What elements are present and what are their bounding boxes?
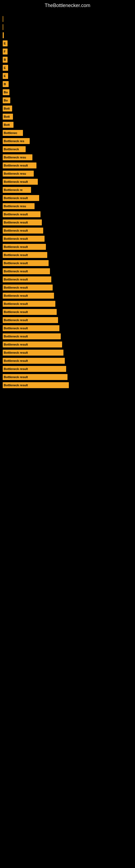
bar-label: Bo [3, 89, 9, 95]
bar-label: Bottleneck result [3, 252, 47, 258]
bar-row: Bottleneck [3, 145, 132, 153]
bar-row: Bo [3, 97, 132, 104]
bar-label: Bottleneck result [3, 276, 51, 282]
bar-row: E [3, 64, 132, 72]
bar-row [3, 31, 132, 39]
bar-label: E [3, 73, 8, 79]
bar-label: Bott [3, 105, 12, 112]
bar-row: Bottleneck result [3, 284, 132, 291]
bar-label: Bottleneck result [3, 341, 62, 347]
bar-row: Bottleneck result [3, 259, 132, 267]
bar-label: Bottleneck result [3, 333, 61, 339]
bar-row: B [3, 80, 132, 88]
bar-row: Bottleneck result [3, 373, 132, 381]
bar-row: Bottleneck result [3, 308, 132, 316]
bar-row: F [3, 48, 132, 55]
bar-row: Bott [3, 121, 132, 129]
bar-label [3, 32, 4, 38]
bar-row: Bottleneck resu [3, 154, 132, 161]
bar-label: Bottleneck [3, 146, 26, 152]
bar-label: Bottleneck result [3, 325, 59, 331]
bar-label: Bottleneck result [3, 301, 55, 307]
bar-row: Bottleneck result [3, 341, 132, 348]
bar-label: E [3, 40, 8, 46]
bar-label: Bottleneck result [3, 244, 46, 250]
bar-label: Bottleneck result [3, 260, 49, 266]
bar-row: Bottleneck result [3, 316, 132, 324]
bar-row: Bottlenec [3, 129, 132, 137]
bar-row: Bottleneck result [3, 211, 132, 218]
bar-row [3, 23, 132, 31]
bar-row: Bo [3, 88, 132, 96]
bar-label: Bottleneck result [3, 236, 45, 242]
bar-row: Bottleneck resu [3, 170, 132, 177]
bar-row: Bottleneck result [3, 219, 132, 226]
bar-label: Bottleneck resu [3, 170, 34, 177]
bar-row: Bottleneck result [3, 357, 132, 365]
bar-label: Bottleneck res [3, 138, 30, 144]
bar-row: Bottleneck result [3, 365, 132, 373]
bar-label: Bottleneck result [3, 219, 42, 225]
bar-row: E [3, 40, 132, 47]
bar-row: Bottleneck result [3, 333, 132, 340]
bar-row: Bottleneck result [3, 178, 132, 186]
bars-container: EFBEEBBoBoBottBottBottBottlenecBottlenec… [0, 10, 135, 392]
bar-row: Bott [3, 113, 132, 120]
bar-label: Bott [3, 114, 13, 120]
bar-label: Bottleneck result [3, 382, 69, 388]
bar-label: Bottleneck result [3, 374, 68, 380]
bar-row: Bottleneck result [3, 276, 132, 283]
bar-label: Bottleneck result [3, 195, 39, 201]
bar-row: Bottleneck result [3, 227, 132, 235]
bar-label: Bott [3, 122, 13, 128]
bar-row: Bottleneck result [3, 292, 132, 300]
bar-row: Bott [3, 105, 132, 112]
bar-label: Bottleneck result [3, 268, 50, 274]
bar-label: Bottleneck result [3, 162, 37, 168]
bar-row: Bottleneck result [3, 268, 132, 275]
bar-row: B [3, 56, 132, 63]
bar-label: Bottleneck result [3, 317, 58, 323]
bar-label: Bottleneck resu [3, 154, 32, 160]
bar-label: Bottleneck resu [3, 203, 35, 209]
bar-row: Bottleneck res [3, 137, 132, 145]
bar-label: Bottleneck result [3, 211, 41, 217]
bar-row: Bottleneck result [3, 243, 132, 251]
bar-label: Bottleneck result [3, 179, 38, 185]
bar-row: Bottleneck result [3, 300, 132, 308]
bar-row: Bottleneck result [3, 162, 132, 169]
bar-row: Bottleneck result [3, 324, 132, 332]
bar-label: Bottleneck result [3, 293, 54, 299]
bar-label: Bottleneck result [3, 366, 66, 372]
bar-label [3, 24, 3, 30]
bar-row: Bottleneck re [3, 186, 132, 194]
bar-label: Bo [3, 97, 10, 103]
bar-label: Bottleneck re [3, 187, 31, 193]
bar-label: B [3, 57, 8, 63]
bar-row [3, 15, 132, 23]
bar-row: Bottleneck result [3, 194, 132, 202]
site-title: TheBottlenecker.com [0, 0, 135, 10]
bar-row: Bottleneck result [3, 381, 132, 389]
bar-row: Bottleneck resu [3, 203, 132, 210]
bar-label: Bottleneck result [3, 284, 53, 290]
bar-label: Bottleneck result [3, 350, 63, 355]
bar-label: Bottlenec [3, 130, 23, 136]
bar-row: Bottleneck result [3, 349, 132, 356]
bar-label: E [3, 65, 8, 71]
bar-label: Bottleneck result [3, 309, 57, 315]
bar-label: F [3, 49, 8, 55]
bar-row: E [3, 72, 132, 80]
bar-label: Bottleneck result [3, 358, 65, 364]
bar-label [3, 16, 3, 22]
bar-row: Bottleneck result [3, 235, 132, 243]
bar-row: Bottleneck result [3, 251, 132, 259]
bar-label: B [3, 81, 9, 87]
bar-label: Bottleneck result [3, 227, 43, 234]
